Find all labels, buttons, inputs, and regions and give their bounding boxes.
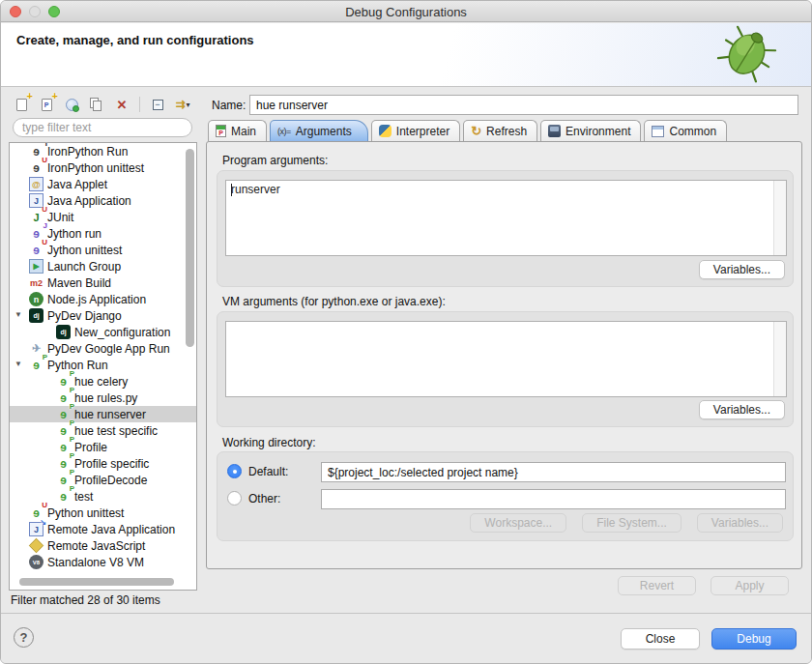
expand-triangle-icon[interactable]: ▼ (14, 311, 22, 319)
tree-item[interactable]: ɘUJython unittest (10, 242, 196, 258)
default-radio[interactable] (227, 464, 242, 478)
file-system-button[interactable]: File System... (582, 513, 682, 533)
tree-item[interactable]: ɘPhue rules.py (10, 390, 196, 406)
other-directory-input[interactable] (321, 489, 786, 509)
configurations-tree[interactable]: ɘIIronPython RunɘUIronPython unittest@Ja… (9, 142, 197, 591)
other-radio-label: Other: (248, 492, 280, 505)
tree-vertical-scrollbar[interactable] (186, 149, 194, 347)
tab-interpreter[interactable]: Interpreter (371, 120, 460, 141)
tree-item[interactable]: ɘPhue test specific (10, 422, 196, 439)
new-prototype-icon[interactable]: P+ (36, 95, 57, 114)
working-directory-buttons: Workspace... File System... Variables... (470, 513, 783, 533)
tree-item[interactable]: nNode.js Application (10, 291, 196, 307)
toolbar-separator (139, 97, 140, 112)
tab-environment[interactable]: Environment (540, 120, 641, 141)
working-directory-label: Working directory: (222, 436, 315, 449)
help-button[interactable]: ? (14, 627, 34, 648)
debug-button[interactable]: Debug (711, 628, 797, 650)
main-tab-icon: P (216, 125, 226, 137)
export-configurations-icon[interactable] (61, 95, 82, 114)
pydev-django-icon: dj (29, 308, 44, 323)
revert-button[interactable]: Revert (618, 576, 696, 595)
configuration-tabs: P Main (x)= Arguments Interpreter ↻ Refr… (208, 120, 727, 142)
tree-item[interactable]: ɘIIronPython Run (10, 143, 196, 159)
java-applet-icon: @ (29, 177, 44, 191)
new-configuration-icon[interactable]: + (11, 95, 32, 114)
name-label: Name: (212, 99, 246, 112)
filter-configurations-icon[interactable]: ⇉▾ (172, 95, 193, 114)
debug-bug-icon (714, 24, 778, 86)
other-radio[interactable] (227, 491, 242, 505)
vm-arguments-variables-button[interactable]: Variables... (699, 400, 785, 419)
close-button[interactable]: Close (621, 628, 700, 650)
ironpython-unittest-icon: ɘU (29, 160, 44, 175)
tree-horizontal-scrollbar[interactable] (19, 578, 174, 586)
tab-refresh[interactable]: ↻ Refresh (463, 120, 537, 141)
default-directory-input[interactable] (321, 462, 786, 482)
program-arguments-input[interactable]: runserver (225, 180, 787, 256)
tree-item[interactable]: ɘJJython run (10, 225, 196, 242)
collapse-all-icon[interactable]: − (147, 95, 168, 114)
pydev-django-icon: dj (56, 325, 71, 339)
vm-arguments-group: Variables... (217, 311, 794, 427)
title-bar: Debug Configurations (1, 1, 811, 22)
textarea-scrollbar[interactable] (773, 322, 786, 396)
tree-item[interactable]: ɘPhue celery (10, 373, 196, 390)
delete-icon[interactable]: ✕ (111, 95, 132, 114)
tree-item[interactable]: ɘUPython unittest (10, 505, 196, 521)
junit-icon: JU (29, 210, 44, 224)
vm-arguments-input[interactable] (225, 321, 787, 397)
textarea-scrollbar[interactable] (773, 181, 786, 255)
program-arguments-group: runserver Variables... (217, 170, 794, 287)
python-run-icon: ɘP (56, 489, 71, 504)
tree-item[interactable]: m2Maven Build (10, 274, 196, 291)
configurations-toolbar: + P+ ✕ − ⇉▾ (11, 93, 193, 116)
maven-build-icon: m2 (29, 275, 44, 290)
arguments-tab-panel: Program arguments: runserver Variables..… (206, 141, 802, 569)
tree-item[interactable]: JJava Application (10, 192, 196, 209)
tab-main[interactable]: P Main (208, 120, 267, 141)
tree-item[interactable]: ɘPProfileDecode (10, 472, 196, 488)
tree-item[interactable]: ɘPProfile specific (10, 455, 196, 472)
tree-item[interactable]: ▼ɘPPython Run (10, 357, 196, 373)
remote-javascript-icon (29, 538, 44, 553)
working-directory-variables-button[interactable]: Variables... (697, 513, 783, 533)
window-title: Debug Configurations (1, 5, 811, 19)
launch-group-icon: ▶ (29, 259, 44, 274)
tab-common[interactable]: Common (644, 120, 727, 141)
tree-item[interactable]: ɘUIronPython unittest (10, 159, 196, 176)
filter-input[interactable] (13, 118, 192, 137)
tree-item[interactable]: @Java Applet (10, 176, 196, 192)
tree-item[interactable]: ɘPProfile (10, 439, 196, 455)
tree-item[interactable]: djNew_configuration (10, 324, 196, 340)
working-directory-group: Default: Other: Workspace... File System… (217, 451, 794, 541)
tree-item[interactable]: ▶Launch Group (10, 258, 196, 274)
workspace-button[interactable]: Workspace... (470, 513, 566, 533)
tree-item[interactable]: ✈PyDev Google App Run (10, 340, 196, 357)
program-arguments-variables-button[interactable]: Variables... (699, 260, 785, 279)
refresh-tab-icon: ↻ (471, 125, 481, 137)
header-banner: Create, manage, and run configurations (1, 23, 811, 87)
python-run-icon: ɘP (29, 358, 44, 372)
interpreter-tab-icon (379, 125, 392, 137)
tree-item[interactable]: ɘPhue runserver (10, 406, 196, 422)
form-buttons: Revert Apply (618, 576, 789, 595)
tree-item[interactable]: JUJUnit (10, 209, 196, 225)
tree-item[interactable]: Remote JavaScript (10, 537, 196, 554)
jython-unittest-icon: ɘU (29, 243, 44, 257)
name-input[interactable] (249, 95, 798, 115)
common-tab-icon (652, 126, 664, 137)
configuration-detail-panel: Name: P Main (x)= Arguments Interpreter … (204, 88, 806, 613)
filter-status-text: Filter matched 28 of 30 items (11, 593, 160, 607)
duplicate-icon[interactable] (86, 95, 107, 114)
tree-item[interactable]: J↘Remote Java Application (10, 521, 196, 537)
vm-arguments-label: VM arguments (for python.exe or java.exe… (222, 295, 446, 308)
standalone-v8-icon: V8 (29, 555, 44, 569)
apply-button[interactable]: Apply (710, 576, 789, 595)
tab-arguments[interactable]: (x)= Arguments (270, 120, 368, 141)
expand-triangle-icon[interactable]: ▼ (14, 361, 22, 368)
program-arguments-label: Program arguments: (222, 154, 328, 167)
tree-item[interactable]: ▼djPyDev Django (10, 307, 196, 324)
tree-item[interactable]: V8Standalone V8 VM (10, 554, 196, 570)
tree-item[interactable]: ɘPtest (10, 488, 196, 505)
